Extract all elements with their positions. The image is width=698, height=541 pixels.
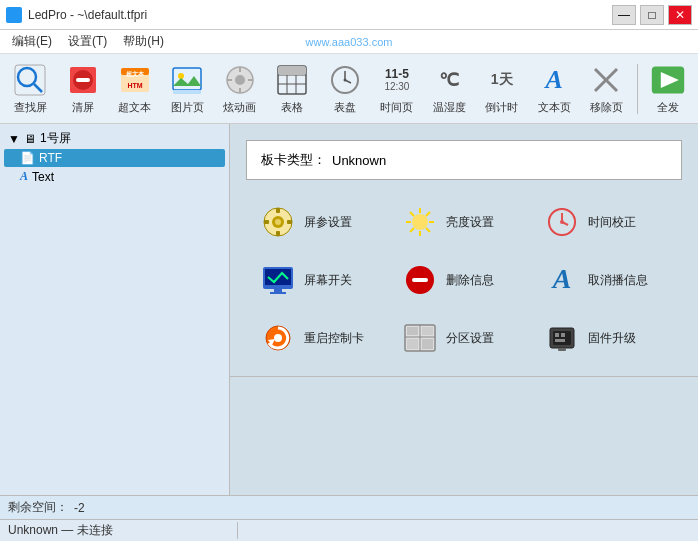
partition-label: 分区设置	[446, 330, 494, 347]
svg-rect-38	[264, 220, 269, 224]
svg-rect-74	[561, 333, 565, 337]
svg-point-14	[235, 75, 245, 85]
send-all-button[interactable]: 全发	[644, 58, 692, 120]
find-screen-label: 查找屏	[14, 100, 47, 115]
svg-line-47	[426, 212, 430, 216]
svg-rect-24	[278, 66, 306, 75]
find-screen-button[interactable]: 查找屏	[6, 58, 54, 120]
clock-button[interactable]: 表盘	[320, 58, 368, 120]
svg-rect-36	[276, 208, 280, 213]
svg-rect-59	[412, 278, 428, 282]
find-screen-icon	[12, 62, 48, 98]
app-icon	[6, 7, 22, 23]
table-button[interactable]: 表格	[268, 58, 316, 120]
svg-line-48	[410, 228, 414, 232]
text-page-button[interactable]: A 文本页	[530, 58, 578, 120]
svg-text:HTM: HTM	[127, 82, 142, 89]
menu-item-help[interactable]: 帮助(H)	[115, 31, 172, 52]
brightness-icon	[402, 204, 438, 240]
time-page-button[interactable]: 11-5 12:30 时间页	[373, 58, 421, 120]
brightness-item[interactable]: 亮度设置	[398, 200, 530, 244]
time-correct-icon	[544, 204, 580, 240]
clear-screen-icon	[65, 62, 101, 98]
send-all-label: 全发	[657, 100, 679, 115]
screen-switch-icon	[260, 262, 296, 298]
toolbar-separator	[637, 64, 638, 114]
clock-label: 表盘	[334, 100, 356, 115]
svg-point-40	[412, 214, 428, 230]
time-page-label: 时间页	[380, 100, 413, 115]
countdown-label: 倒计时	[485, 100, 518, 115]
html-text-button[interactable]: 超文本 HTM 超文本	[111, 58, 159, 120]
text-label: Text	[32, 170, 54, 184]
image-page-button[interactable]: 图片页	[163, 58, 211, 120]
countdown-icon: 1天	[484, 62, 520, 98]
svg-rect-5	[76, 78, 90, 82]
tree-item-text[interactable]: A Text	[4, 167, 225, 186]
tree-item-rtf[interactable]: 📄 RTF	[4, 149, 225, 167]
svg-rect-76	[558, 348, 566, 351]
text-type-icon: A	[20, 169, 28, 184]
firmware-icon	[544, 320, 580, 356]
left-panel: ▼ 🖥 1号屏 📄 RTF A Text	[0, 124, 230, 495]
svg-line-28	[345, 80, 351, 83]
anim-page-label: 炫动画	[223, 100, 256, 115]
toolbar: 查找屏 清屏 超文本 HTM 超文本	[0, 54, 698, 124]
svg-point-0	[18, 68, 36, 86]
svg-rect-10	[173, 68, 201, 90]
svg-text:超文本: 超文本	[126, 70, 145, 77]
screen-params-item[interactable]: 屏参设置	[256, 200, 388, 244]
temp-page-button[interactable]: ℃ 温湿度	[425, 58, 473, 120]
tree-expand-icon: ▼	[8, 132, 20, 146]
watermark: www.aaa033.com	[306, 36, 393, 48]
svg-line-45	[410, 212, 414, 216]
html-text-icon: 超文本 HTM	[117, 62, 153, 98]
partition-item[interactable]: 分区设置	[398, 316, 530, 360]
clear-screen-button[interactable]: 清屏	[58, 58, 106, 120]
svg-rect-75	[555, 339, 565, 342]
action-grid: 屏参设置	[246, 200, 682, 360]
svg-rect-73	[555, 333, 559, 337]
svg-rect-70	[422, 339, 433, 349]
image-page-label: 图片页	[171, 100, 204, 115]
card-type-value: Unknown	[332, 153, 386, 168]
right-panel: 板卡类型： Unknown	[230, 124, 698, 495]
minimize-button[interactable]: —	[612, 5, 636, 25]
countdown-button[interactable]: 1天 倒计时	[478, 58, 526, 120]
anim-page-button[interactable]: 炫动画	[216, 58, 264, 120]
svg-rect-68	[422, 327, 433, 335]
time-correct-item[interactable]: 时间校正	[540, 200, 672, 244]
svg-rect-57	[270, 292, 286, 294]
image-page-icon	[169, 62, 205, 98]
remaining-space-value: -2	[74, 501, 85, 515]
status-bar: 剩余空间： -2	[0, 495, 698, 519]
reboot-ctrl-label: 重启控制卡	[304, 330, 364, 347]
cancel-play-item[interactable]: A 取消播信息	[540, 258, 672, 302]
delete-page-button[interactable]: 移除页	[582, 58, 630, 120]
table-icon	[274, 62, 310, 98]
html-text-label: 超文本	[118, 100, 151, 115]
svg-rect-67	[407, 327, 418, 335]
tree-item-screen1[interactable]: ▼ 🖥 1号屏	[4, 128, 225, 149]
svg-point-53	[549, 209, 575, 235]
cancel-play-icon: A	[544, 262, 580, 298]
firmware-item[interactable]: 固件升级	[540, 316, 672, 360]
card-type-label: 板卡类型：	[261, 151, 326, 169]
text-page-label: 文本页	[538, 100, 571, 115]
screen1-icon: 🖥	[24, 132, 36, 146]
svg-rect-56	[274, 289, 282, 292]
menu-item-settings[interactable]: 设置(T)	[60, 31, 115, 52]
close-button[interactable]: ✕	[668, 5, 692, 25]
main-layout: ▼ 🖥 1号屏 📄 RTF A Text 板卡类型： Unknown	[0, 124, 698, 495]
svg-rect-39	[287, 220, 292, 224]
temp-page-icon: ℃	[431, 62, 467, 98]
menu-item-edit[interactable]: 编辑(E)	[4, 31, 60, 52]
maximize-button[interactable]: □	[640, 5, 664, 25]
reboot-ctrl-item[interactable]: 重启控制卡	[256, 316, 388, 360]
svg-rect-69	[407, 339, 418, 349]
cancel-play-label: 取消播信息	[588, 272, 648, 289]
rtf-label: RTF	[39, 151, 62, 165]
delete-info-item[interactable]: 删除信息	[398, 258, 530, 302]
screen-switch-item[interactable]: 屏幕开关	[256, 258, 388, 302]
window-title: LedPro - ~\default.tfpri	[28, 8, 147, 22]
